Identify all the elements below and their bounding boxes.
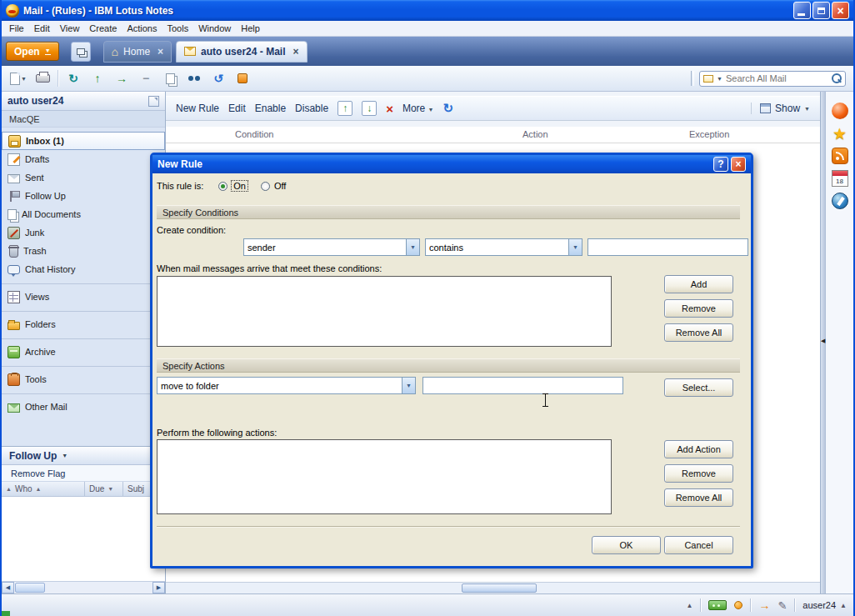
sidebar-item-folders[interactable]: Folders [2, 315, 165, 333]
close-button[interactable]: × [832, 2, 849, 19]
collapse-panel-icon[interactable]: ◀ [821, 338, 825, 343]
print-button[interactable] [33, 70, 52, 87]
copy-into-button[interactable] [161, 70, 179, 87]
toolbar-grip[interactable] [691, 71, 694, 86]
column-header-action[interactable]: Action [522, 129, 548, 139]
open-list-arrow-icon[interactable]: → [758, 599, 770, 611]
add-condition-button[interactable]: Add [664, 275, 733, 293]
favorites-star-icon[interactable]: ★ [831, 124, 849, 143]
dialog-titlebar[interactable]: New Rule ? × [152, 155, 751, 173]
help-button[interactable]: ? [713, 157, 728, 172]
chevron-down-icon[interactable]: ▼ [568, 239, 582, 255]
follow-up-header[interactable]: Follow Up ▼ [2, 447, 165, 465]
close-tab-icon[interactable]: × [158, 47, 163, 57]
sidebar-item-trash[interactable]: Trash [2, 242, 165, 260]
remove-all-actions-button[interactable]: Remove All [664, 488, 733, 507]
sidebar-item-archive[interactable]: Archive [2, 343, 165, 361]
forward-button[interactable]: → [112, 70, 131, 87]
sidebar-header[interactable]: auto user24 [2, 92, 165, 111]
expand-status-icon[interactable]: ▲ [686, 602, 692, 609]
delete-rule-button[interactable]: × [386, 102, 393, 116]
stamp-button[interactable] [233, 70, 252, 87]
menu-item-create[interactable]: Create [84, 22, 122, 35]
move-rule-down-button[interactable]: ↓ [362, 101, 377, 116]
column-header-condition[interactable]: Condition [235, 129, 273, 139]
condition-operator-select[interactable]: contains ▼ [425, 238, 582, 256]
chevron-down-icon[interactable]: ▼ [717, 76, 722, 82]
search-input[interactable] [726, 73, 828, 83]
remove-all-conditions-button[interactable]: Remove All [664, 323, 733, 342]
column-header-exception[interactable]: Exception [689, 129, 729, 139]
sidebar-item-chat-history[interactable]: Chat History [2, 260, 165, 278]
edit-rule-button[interactable]: Edit [228, 103, 246, 114]
sidebar-item-drafts[interactable]: Drafts [2, 150, 165, 168]
rule-off-radio[interactable] [261, 182, 270, 191]
menu-item-edit[interactable]: Edit [29, 22, 55, 35]
sidebar-item-junk[interactable]: Junk [2, 223, 165, 242]
disable-rule-button[interactable]: Disable [295, 103, 328, 114]
add-action-button[interactable]: Add Action [664, 440, 733, 458]
remove-condition-button[interactable]: Remove [664, 299, 733, 318]
panel-splitter[interactable]: ◀ [820, 92, 825, 593]
horizontal-scrollbar[interactable]: ◀ ▶ [2, 581, 165, 593]
sidebar-item-other-mail[interactable]: Other Mail [2, 398, 165, 416]
day-at-a-glance-icon[interactable] [831, 102, 849, 120]
action-type-select[interactable]: move to folder ▼ [157, 377, 416, 394]
calendar-icon[interactable]: 18 [831, 169, 849, 188]
sidebar-item-all-documents[interactable]: All Documents [2, 205, 165, 223]
search-box[interactable]: ▼ [699, 71, 846, 87]
minimize-button[interactable] [793, 2, 811, 19]
open-menu-button[interactable]: Open ▼ [6, 42, 59, 61]
new-rule-button[interactable]: New Rule [176, 103, 219, 114]
refresh-view-button[interactable]: ↻ [443, 101, 454, 116]
menu-item-view[interactable]: View [55, 22, 85, 35]
sidebar-item-inbox[interactable]: Inbox (1) [2, 132, 165, 150]
actions-listbox[interactable] [157, 439, 612, 514]
sidebar-item-views[interactable]: Views [2, 288, 165, 306]
ok-button[interactable]: OK [592, 536, 661, 554]
menu-item-window[interactable]: Window [193, 22, 236, 35]
sametime-compass-icon[interactable] [831, 192, 849, 210]
show-menu-button[interactable]: Show ▼ [751, 103, 810, 114]
condition-value-input[interactable] [588, 238, 748, 256]
user-location-menu[interactable]: auser24 ▲ [802, 600, 847, 610]
close-tab-icon[interactable]: × [292, 47, 298, 57]
conditions-listbox[interactable] [157, 276, 612, 347]
refresh-button[interactable]: ↺ [209, 70, 228, 87]
menu-item-file[interactable]: File [4, 22, 29, 35]
cancel-button[interactable]: Cancel [664, 536, 733, 554]
restore-button[interactable] [812, 2, 830, 19]
sidebar-item-sent[interactable]: Sent [2, 168, 165, 187]
menu-item-help[interactable]: Help [236, 22, 265, 35]
menu-item-actions[interactable]: Actions [122, 22, 162, 35]
rule-off-label[interactable]: Off [274, 181, 286, 191]
tab-mail-active[interactable]: auto user24 - Mail × [176, 41, 307, 63]
scroll-right-icon[interactable]: ▶ [152, 582, 165, 593]
scrollbar-thumb[interactable] [462, 583, 537, 593]
column-header-who[interactable]: ▲Who▲ [2, 482, 85, 496]
rule-on-radio[interactable] [218, 182, 228, 191]
follow-up-list[interactable] [2, 497, 165, 581]
menu-item-tools[interactable]: Tools [162, 22, 193, 35]
feeds-rss-icon[interactable] [831, 147, 849, 165]
sidebar-item-follow-up[interactable]: Follow Up [2, 187, 165, 205]
scroll-left-icon[interactable]: ◀ [2, 582, 14, 593]
location-edit-icon[interactable]: ✎ [778, 600, 787, 611]
tab-home[interactable]: ⌂ Home × [103, 41, 172, 63]
undock-icon[interactable] [148, 96, 159, 107]
chevron-down-icon[interactable]: ▼ [402, 378, 415, 393]
rule-on-label[interactable]: On [232, 181, 248, 191]
move-rule-up-button[interactable]: ↑ [338, 101, 352, 116]
new-note-button[interactable]: ▼ [9, 70, 28, 87]
remove-button[interactable]: − [137, 70, 155, 87]
enable-rule-button[interactable]: Enable [255, 103, 286, 114]
more-menu-button[interactable]: More ▼ [402, 103, 434, 114]
system-status-icon[interactable] [708, 600, 727, 610]
chevron-down-icon[interactable]: ▼ [406, 239, 419, 255]
replicate-button[interactable]: ↻ [64, 70, 82, 87]
sidebar-item-tools[interactable]: Tools [2, 370, 165, 388]
condition-target-select[interactable]: sender ▼ [243, 238, 420, 256]
action-value-input[interactable] [422, 377, 623, 394]
search-icon[interactable] [832, 73, 842, 83]
remove-flag-action[interactable]: Remove Flag [2, 465, 165, 482]
